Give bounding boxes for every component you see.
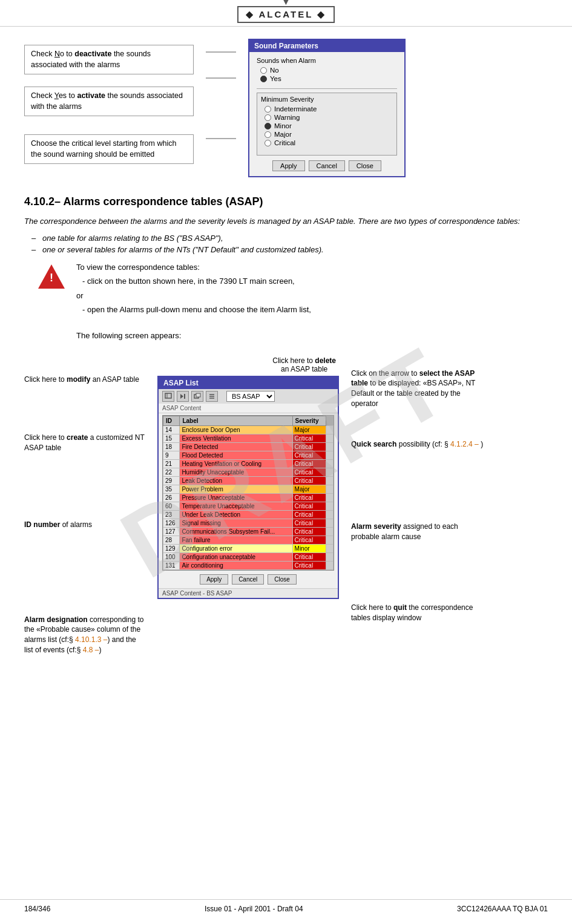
cell-severity: Critical [292,519,326,527]
asap-list-dialog: ASAP List [157,376,339,599]
severity-radio-group: Indeterminate Warning Minor Major [261,105,393,146]
footer-page: 184/346 [24,905,50,913]
apply-button[interactable]: Apply [272,160,305,171]
ann-modify: Click here to modify an ASAP table [24,375,145,385]
table-row: 18 Fire Detected Critical [163,442,334,451]
asap-apply-btn[interactable]: Apply [200,574,228,585]
cell-id: 22 [163,468,180,476]
table-row: 129 Configuration error Minor [163,544,334,552]
sound-params-section: Check No to deactivate the sounds associ… [24,39,548,177]
cell-id: 18 [163,442,180,451]
radio-major-circle [265,131,271,138]
table-row: 126 Signal missing Critical [163,519,334,527]
warning-line1: To view the correspondence tables: [76,261,311,274]
table-row: 100 Configuration unacceptable Critical [163,552,334,561]
cell-id: 14 [163,425,180,434]
radio-minor[interactable]: Minor [265,122,393,129]
radio-indeterminate-circle [265,106,271,113]
section-heading: 4.10.2– Alarms correspondence tables (AS… [24,195,548,208]
toolbar-btn-1[interactable] [162,391,174,402]
annotation-no: Check No to deactivate the sounds associ… [24,45,194,82]
asap-toolbar: BS ASAP [159,389,338,404]
cell-id: 21 [163,459,180,468]
table-row: 131 Air conditioning Critical [163,561,334,569]
annotation-severity-text: Choose the critical level starting from … [31,139,176,159]
footer-ref: 3CC12426AAAA TQ BJA 01 [457,905,548,913]
cell-label: Enclosure Door Open [180,425,292,434]
col-severity: Severity [292,416,326,425]
asap-search-area: ASAP Content [159,404,338,413]
cell-severity: Critical [292,536,326,544]
toolbar-btn-2[interactable] [177,391,189,402]
logo-diamond-right: ◆ [317,9,326,19]
radio-no[interactable]: No [260,67,397,74]
col-label: Label [180,416,292,425]
scrollbar-cell [326,510,334,519]
header-arrow: ▼ [281,0,292,8]
ann-id: ID number of alarms [24,520,145,530]
asap-table: ID Label Severity 14 Enclosure Door Open… [163,416,334,570]
bullet-list: one table for alarms relating to the BS … [24,234,548,254]
radio-minor-label: Minor [274,122,292,129]
table-row: 15 Excess Ventilation Critical [163,434,334,442]
asap-center: Click here to deletean ASAP table ASAP L… [154,356,342,599]
quick-search-link: 4.1.2.4 – [450,440,479,448]
close-button[interactable]: Close [349,160,381,171]
scrollbar-cell [326,485,334,493]
radio-major[interactable]: Major [265,131,393,138]
cell-id: 60 [163,502,180,510]
asap-table-selector[interactable]: BS ASAP [226,391,275,402]
cell-id: 23 [163,510,180,519]
asap-content-label: ASAP Content - BS ASAP [159,588,338,598]
asap-dialog-title: ASAP List [159,377,338,389]
toolbar-btn-4[interactable] [206,391,218,402]
cell-id: 28 [163,536,180,544]
asap-cancel-btn[interactable]: Cancel [232,574,264,585]
cell-id: 35 [163,485,180,493]
logo-diamond-left: ◆ [246,9,255,19]
main-content: Check No to deactivate the sounds associ… [0,27,572,680]
sound-dialog-buttons: Apply Cancel Close [257,160,397,171]
annotation-no-box: Check No to deactivate the sounds associ… [24,45,194,74]
sounds-when-alarm-label: Sounds when Alarm [257,57,397,64]
cell-severity: Critical [292,442,326,451]
cell-id: 127 [163,527,180,536]
min-severity-label: Minimum Severity [261,96,393,103]
cell-label: Leak Detection [180,476,292,485]
asap-close-btn[interactable]: Close [268,574,297,585]
scrollbar-cell [326,442,334,451]
cell-severity: Major [292,425,326,434]
page-header: ▼ ◆ ALCATEL ◆ [0,0,572,27]
table-row: 35 Power Problem Major [163,485,334,493]
ann-create: Click here to create a customized NT ASA… [24,433,145,453]
cell-severity: Critical [292,434,326,442]
cell-label: Fan failure [180,536,292,544]
toolbar-btn-3[interactable] [191,391,203,402]
radio-critical-circle [265,140,271,146]
sound-dialog-title: Sound Parameters [249,40,404,52]
scrollbar-cell [326,502,334,510]
warning-line2: - click on the button shown here, in the… [76,275,311,287]
radio-warning[interactable]: Warning [265,114,393,121]
warning-icon: ! [36,261,67,292]
radio-indeterminate[interactable]: Indeterminate [265,105,393,113]
min-severity-box: Minimum Severity Indeterminate Warning [257,93,397,156]
radio-yes[interactable]: Yes [260,75,397,82]
svg-rect-3 [165,393,171,398]
table-row: 29 Leak Detection Critical [163,476,334,485]
scrollbar-cell [326,468,334,476]
table-row: 60 Temperature Unacceptable Critical [163,502,334,510]
cell-label: Configuration unacceptable [180,552,292,561]
cell-severity: Major [292,485,326,493]
radio-critical[interactable]: Critical [265,139,393,146]
warning-line5: The following screen appears: [76,330,311,342]
bullet-item-1: one table for alarms relating to the BS … [42,234,548,243]
asap-table-container: ID Label Severity 14 Enclosure Door Open… [162,415,334,571]
asap-section: Click here to modify an ASAP table Click… [24,356,548,667]
cell-label: Pressure Unacceptable [180,493,292,502]
cell-label: Excess Ventilation [180,434,292,442]
table-row: 23 Under Leak Detection Critical [163,510,334,519]
table-row: 22 Humidity Unacceptable Critical [163,468,334,476]
cancel-button[interactable]: Cancel [309,160,345,171]
alcatel-logo: ◆ ALCATEL ◆ [237,6,335,23]
